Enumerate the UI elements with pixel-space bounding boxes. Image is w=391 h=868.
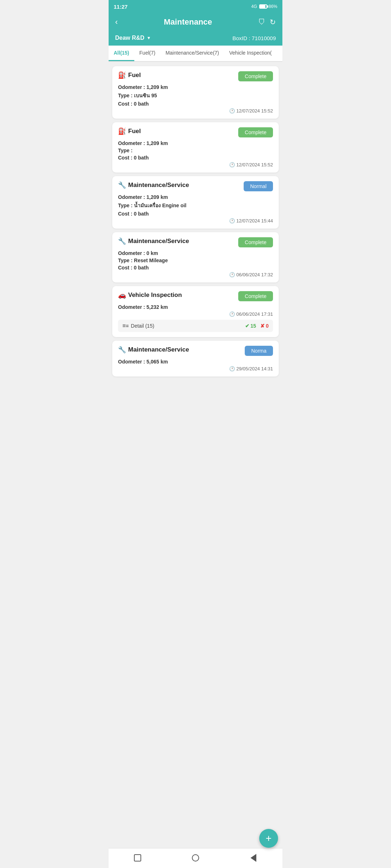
wrench-icon-3	[118, 181, 126, 189]
filter-icon[interactable]: ⛉	[258, 18, 265, 26]
tab-vehicle-inspection[interactable]: Vehicle Inspection(	[224, 46, 277, 61]
card-2-datetime: 🕐 12/07/2024 15:52	[118, 162, 273, 167]
card-2: Fuel Complete Odometer : 1,209 km Type :…	[112, 122, 279, 173]
card-1-header: Fuel Complete	[118, 71, 273, 81]
tab-fuel[interactable]: Fuel(7)	[134, 46, 160, 61]
company-selector[interactable]: Deaw R&D ▼	[115, 35, 151, 41]
card-4: Maintenance/Service Complete Odometer : …	[112, 232, 279, 282]
clock-icon-3: 🕐	[229, 218, 235, 224]
wrench-icon-6	[118, 346, 126, 354]
card-3-datetime: 🕐 12/07/2024 15:44	[118, 218, 273, 224]
detail-counts: ✔ 15 ✘ 0	[245, 323, 269, 329]
box-id: BoxID : 71010009	[232, 35, 276, 41]
card-2-odometer: Odometer : 1,209 km	[118, 140, 273, 146]
dropdown-arrow-icon: ▼	[147, 35, 151, 41]
tab-all[interactable]: All(15)	[109, 46, 134, 61]
card-6-title-text: Maintenance/Service	[128, 346, 189, 353]
card-3-badge[interactable]: Normal	[244, 181, 273, 191]
tab-maintenance[interactable]: Maintenance/Service(7)	[160, 46, 224, 61]
cards-list: Fuel Complete Odometer : 1,209 km Type :…	[109, 62, 282, 381]
clock-icon-1: 🕐	[229, 108, 235, 114]
status-time: 11:27	[114, 4, 127, 10]
card-5-badge[interactable]: Complete	[238, 291, 273, 301]
card-4-datetime: 🕐 06/06/2024 17:32	[118, 272, 273, 277]
card-6: Maintenance/Service Norma Odometer : 5,0…	[112, 341, 279, 376]
card-4-odometer: Odometer : 0 km	[118, 250, 273, 256]
card-4-cost: Cost : 0 bath	[118, 265, 273, 271]
card-2-title: Fuel	[118, 127, 141, 135]
card-1-cost: Cost : 0 bath	[118, 101, 273, 107]
signal-label: 4G	[251, 4, 257, 9]
card-3-title-text: Maintenance/Service	[128, 182, 189, 189]
back-button[interactable]: ‹	[115, 17, 118, 27]
card-3-type: Type : น้ำมันเครื่อง Engine oil	[118, 201, 273, 209]
card-3-odometer: Odometer : 1,209 km	[118, 194, 273, 200]
card-6-odometer: Odometer : 5,065 km	[118, 359, 273, 365]
page-title: Maintenance	[164, 17, 212, 27]
card-6-title: Maintenance/Service	[118, 346, 189, 354]
clock-icon-2: 🕐	[229, 162, 235, 167]
card-2-title-text: Fuel	[128, 128, 141, 135]
card-1-odometer: Odometer : 1,209 km	[118, 84, 273, 90]
card-3-cost: Cost : 0 bath	[118, 211, 273, 217]
card-3: Maintenance/Service Normal Odometer : 1,…	[112, 176, 279, 229]
fuel-icon-1	[118, 71, 126, 79]
card-5-header: Vehicle Inspection Complete	[118, 291, 273, 301]
card-6-header: Maintenance/Service Norma	[118, 346, 273, 356]
status-right: 4G 86%	[251, 4, 277, 9]
header: ‹ Maintenance ⛉ ↻	[109, 13, 282, 31]
card-1-title-text: Fuel	[128, 72, 141, 79]
card-5-detail-row[interactable]: ≡ Detail (15) ✔ 15 ✘ 0	[118, 320, 273, 332]
card-1-type: Type : เบนซิน 95	[118, 92, 273, 99]
card-2-badge[interactable]: Complete	[238, 127, 273, 137]
card-4-title-text: Maintenance/Service	[128, 238, 189, 245]
detail-label: ≡ Detail (15)	[122, 323, 154, 329]
card-5-odometer: Odometer : 5,232 km	[118, 304, 273, 310]
card-2-cost: Cost : 0 bath	[118, 155, 273, 161]
header-actions: ⛉ ↻	[258, 18, 276, 26]
card-3-header: Maintenance/Service Normal	[118, 181, 273, 191]
count-ok: ✔ 15	[245, 323, 256, 329]
wrench-icon-4	[118, 237, 126, 245]
card-2-type: Type :	[118, 148, 273, 153]
clock-icon-5: 🕐	[229, 311, 235, 317]
card-1: Fuel Complete Odometer : 1,209 km Type :…	[112, 66, 279, 119]
tabs-bar: All(15) Fuel(7) Maintenance/Service(7) V…	[109, 46, 282, 62]
card-1-title: Fuel	[118, 71, 141, 79]
card-4-type: Type : Reset Mileage	[118, 258, 273, 263]
battery-label: 86%	[269, 4, 277, 9]
fuel-icon-2	[118, 127, 126, 135]
card-4-badge[interactable]: Complete	[238, 237, 273, 247]
clock-icon-4: 🕐	[229, 272, 235, 277]
refresh-icon[interactable]: ↻	[270, 18, 276, 26]
car-icon-5	[118, 291, 126, 299]
card-6-badge[interactable]: Norma	[245, 346, 273, 356]
card-2-header: Fuel Complete	[118, 127, 273, 137]
card-4-title: Maintenance/Service	[118, 237, 189, 245]
card-1-badge[interactable]: Complete	[238, 71, 273, 81]
list-icon: ≡	[122, 323, 129, 329]
company-name: Deaw R&D	[115, 35, 144, 41]
card-5: Vehicle Inspection Complete Odometer : 5…	[112, 286, 279, 337]
card-5-title-text: Vehicle Inspection	[128, 292, 182, 299]
card-6-datetime: 🕐 29/05/2024 14:31	[118, 366, 273, 371]
count-fail: ✘ 0	[260, 323, 269, 329]
card-5-datetime: 🕐 06/06/2024 17:31	[118, 311, 273, 317]
status-bar: 11:27 4G 86%	[109, 0, 282, 13]
card-5-title: Vehicle Inspection	[118, 291, 182, 299]
clock-icon-6: 🕐	[229, 366, 235, 371]
card-4-header: Maintenance/Service Complete	[118, 237, 273, 247]
card-3-title: Maintenance/Service	[118, 181, 189, 189]
card-1-datetime: 🕐 12/07/2024 15:52	[118, 108, 273, 114]
detail-label-text: Detail (15)	[131, 323, 155, 329]
battery-icon	[259, 4, 267, 9]
sub-header: Deaw R&D ▼ BoxID : 71010009	[109, 31, 282, 46]
